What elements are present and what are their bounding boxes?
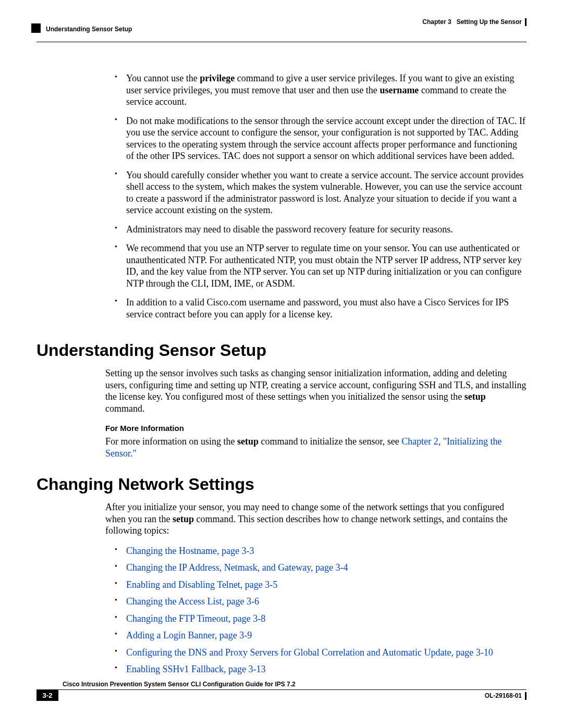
link-enabling-telnet[interactable]: Enabling and Disabling Telnet, page 3-5 — [126, 579, 277, 590]
footer-doc-title: Cisco Intrusion Prevention System Sensor… — [63, 681, 296, 688]
text-bold: setup — [237, 436, 259, 447]
list-item: Changing the IP Address, Netmask, and Ga… — [114, 562, 527, 574]
paragraph: Setting up the sensor involves such task… — [105, 367, 527, 414]
list-item: Enabling SSHv1 Fallback, page 3-13 — [114, 663, 527, 675]
list-item: Adding a Login Banner, page 3-9 — [114, 630, 527, 641]
top-bullet-list: You cannot use the privilege command to … — [114, 72, 527, 320]
link-configuring-dns-proxy[interactable]: Configuring the DNS and Proxy Servers fo… — [126, 647, 493, 658]
page-number-box: 3-2 — [36, 689, 58, 701]
link-changing-access-list[interactable]: Changing the Access List, page 3-6 — [126, 596, 259, 607]
content-body: You cannot use the privilege command to … — [36, 72, 527, 675]
text: OL-29168-01 — [485, 692, 522, 699]
paragraph: For more information on using the setup … — [105, 436, 527, 459]
topic-link-list: Changing the Hostname, page 3-3 Changing… — [114, 545, 527, 675]
text-bold: setup — [173, 514, 194, 524]
paragraph: After you initialize your sensor, you ma… — [105, 501, 527, 537]
header-chapter-num: Chapter 3 — [422, 18, 451, 26]
header-section-label: Understanding Sensor Setup — [46, 26, 132, 33]
text: Setting up the sensor involves such task… — [105, 368, 527, 402]
text-bold: setup — [464, 391, 486, 402]
list-item: Changing the FTP Timeout, page 3-8 — [114, 613, 527, 625]
link-changing-hostname[interactable]: Changing the Hostname, page 3-3 — [126, 546, 254, 556]
heading-changing-network-settings: Changing Network Settings — [36, 475, 527, 494]
header-chapter-label: Chapter 3 Setting Up the Sensor — [422, 18, 527, 26]
link-changing-ip[interactable]: Changing the IP Address, Netmask, and Ga… — [126, 562, 348, 573]
bullet-item: Administrators may need to disable the p… — [114, 224, 527, 236]
link-adding-login-banner[interactable]: Adding a Login Banner, page 3-9 — [126, 630, 252, 640]
footer-doc-number: OL-29168-01 — [485, 692, 527, 700]
text: You cannot use the — [126, 73, 200, 83]
text: command. — [105, 403, 144, 414]
list-item: Configuring the DNS and Proxy Servers fo… — [114, 647, 527, 659]
header-bar-icon — [525, 18, 527, 26]
bullet-item: Do not make modifications to the sensor … — [114, 115, 527, 162]
footer-rule: 3-2 Cisco Intrusion Prevention System Se… — [58, 689, 527, 707]
bullet-item: You should carefully consider whether yo… — [114, 169, 527, 216]
footer-bar-icon — [525, 692, 527, 700]
text: For more information on using the — [105, 436, 237, 447]
text-bold: username — [380, 85, 419, 95]
bullet-item: We recommend that you use an NTP server … — [114, 242, 527, 289]
header-chapter-title: Setting Up the Sensor — [457, 18, 522, 26]
link-changing-ftp-timeout[interactable]: Changing the FTP Timeout, page 3-8 — [126, 613, 265, 624]
header-square-icon — [31, 23, 41, 33]
link-enabling-sshv1-fallback[interactable]: Enabling SSHv1 Fallback, page 3-13 — [126, 664, 265, 674]
heading-understanding-sensor-setup: Understanding Sensor Setup — [36, 341, 527, 360]
page-header: Understanding Sensor Setup Chapter 3 Set… — [36, 18, 527, 42]
text-bold: privilege — [200, 73, 235, 83]
subheading-for-more-information: For More Information — [105, 424, 527, 433]
list-item: Changing the Access List, page 3-6 — [114, 596, 527, 608]
page: Understanding Sensor Setup Chapter 3 Set… — [0, 0, 563, 728]
text: command to initialize the sensor, see — [259, 436, 401, 447]
page-footer: 3-2 Cisco Intrusion Prevention System Se… — [36, 689, 527, 707]
bullet-item: In addition to a valid Cisco.com usernam… — [114, 297, 527, 320]
list-item: Enabling and Disabling Telnet, page 3-5 — [114, 579, 527, 591]
bullet-item: You cannot use the privilege command to … — [114, 72, 527, 108]
list-item: Changing the Hostname, page 3-3 — [114, 545, 527, 557]
